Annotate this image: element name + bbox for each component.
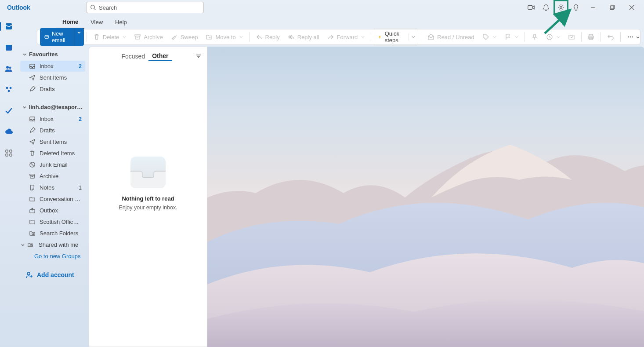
svg-point-5 <box>10 87 12 89</box>
rail-todo-icon[interactable] <box>2 104 16 118</box>
svg-line-12 <box>94 9 96 10</box>
share-icon <box>27 241 35 248</box>
ribbon-collapse[interactable] <box>634 29 642 45</box>
trash-icon <box>93 33 100 40</box>
nav-fav-sent[interactable]: Sent Items <box>20 72 85 83</box>
account-group[interactable]: linh.dao@texaport.... <box>18 101 87 113</box>
inbox-icon <box>28 63 36 69</box>
undo-icon <box>607 33 614 40</box>
flag-icon <box>504 33 511 40</box>
toolbar: New email Delete Archive Sweep Move to R… <box>37 29 640 45</box>
archive-button[interactable]: Archive <box>130 32 166 42</box>
folder-nav: Favourites Inbox 2 Sent Items Drafts lin… <box>18 47 88 347</box>
pin-icon <box>531 33 538 40</box>
groups-link[interactable]: Go to new Groups <box>18 250 87 262</box>
chevron-down-icon <box>20 242 25 248</box>
reply-all-icon <box>288 33 295 40</box>
chevron-down-icon <box>22 52 27 57</box>
window-minimize[interactable] <box>583 0 603 15</box>
nav-search-folders[interactable]: Search Folders <box>20 228 85 239</box>
svg-point-2 <box>6 66 9 69</box>
tab-home[interactable]: Home <box>56 16 84 29</box>
tips-icon[interactable] <box>568 0 583 15</box>
tab-help[interactable]: Help <box>109 16 133 28</box>
nav-scottish[interactable]: Scottish Office em... <box>20 216 85 227</box>
nav-shared[interactable]: Shared with me <box>18 239 87 250</box>
draft-icon <box>28 127 36 134</box>
folder-icon <box>28 219 36 225</box>
print-button[interactable] <box>584 32 598 42</box>
svg-point-30 <box>628 37 629 38</box>
inbox-icon <box>28 116 36 122</box>
window-close[interactable] <box>622 0 641 15</box>
delete-button[interactable]: Delete <box>90 32 130 42</box>
nav-drafts[interactable]: Drafts <box>20 125 85 136</box>
flag-button[interactable] <box>501 32 522 42</box>
svg-line-36 <box>30 163 34 167</box>
reading-pane <box>207 47 644 347</box>
nav-inbox[interactable]: Inbox2 <box>20 113 85 124</box>
junk-icon <box>28 161 36 168</box>
snooze-button[interactable] <box>543 32 564 42</box>
rail-people-icon[interactable] <box>2 62 16 76</box>
rail-mail-icon[interactable] <box>2 19 16 33</box>
notifications-icon[interactable] <box>539 0 554 15</box>
tab-view[interactable]: View <box>84 16 109 28</box>
search-input[interactable]: Search <box>86 2 204 13</box>
focused-tab[interactable]: Focused <box>118 52 148 61</box>
rail-apps-icon[interactable] <box>2 146 16 160</box>
quick-steps-dropdown[interactable] <box>409 33 418 40</box>
reply-button[interactable]: Reply <box>252 32 283 42</box>
add-account-button[interactable]: Add account <box>18 267 87 283</box>
tag-button[interactable] <box>479 32 500 42</box>
search-placeholder: Search <box>99 4 117 11</box>
undo-button[interactable] <box>604 32 618 42</box>
new-email-dropdown[interactable] <box>74 28 84 46</box>
reply-all-button[interactable]: Reply all <box>284 32 323 42</box>
sweep-icon <box>171 33 178 40</box>
rules-icon <box>568 33 575 40</box>
new-email-button[interactable]: New email <box>40 28 74 46</box>
nav-sent[interactable]: Sent Items <box>20 136 85 147</box>
left-app-rail <box>0 15 18 347</box>
svg-point-32 <box>632 37 633 38</box>
app-name: Outlook <box>3 4 86 11</box>
svg-rect-7 <box>6 150 8 152</box>
nav-notes[interactable]: Notes1 <box>20 182 85 193</box>
nav-junk[interactable]: Junk Email <box>20 159 85 170</box>
sweep-button[interactable]: Sweep <box>167 32 202 42</box>
settings-icon[interactable] <box>554 0 568 15</box>
rail-onedrive-icon[interactable] <box>2 125 16 139</box>
forward-button[interactable]: Forward <box>324 32 369 42</box>
move-to-button[interactable]: Move to <box>202 32 246 42</box>
svg-point-6 <box>8 90 10 92</box>
svg-rect-37 <box>29 174 34 175</box>
other-tab[interactable]: Other <box>148 51 172 61</box>
svg-point-11 <box>91 5 95 9</box>
window-maximize[interactable] <box>603 0 622 15</box>
folder-icon <box>28 196 36 202</box>
nav-fav-inbox[interactable]: Inbox 2 <box>20 61 85 72</box>
meet-now-icon[interactable] <box>524 0 539 15</box>
favourites-group[interactable]: Favourites <box>18 48 87 60</box>
nav-conv-history[interactable]: Conversation Histo... <box>20 194 85 205</box>
filter-button[interactable] <box>195 53 202 59</box>
nav-deleted[interactable]: Deleted Items <box>20 148 85 159</box>
svg-point-14 <box>560 7 562 9</box>
read-unread-button[interactable]: Read / Unread <box>424 32 478 42</box>
pin-button[interactable] <box>528 32 542 42</box>
svg-point-41 <box>31 244 32 245</box>
more-icon <box>627 33 634 40</box>
svg-rect-25 <box>135 35 140 36</box>
nav-archive[interactable]: Archive <box>20 171 85 182</box>
rail-calendar-icon[interactable] <box>2 40 16 55</box>
svg-rect-9 <box>6 154 8 156</box>
rules-button[interactable] <box>564 32 579 42</box>
send-icon <box>28 139 36 145</box>
svg-point-42 <box>27 272 30 275</box>
svg-point-3 <box>9 67 11 69</box>
rail-groups-icon[interactable] <box>2 83 16 97</box>
nav-fav-drafts[interactable]: Drafts <box>20 84 85 95</box>
nav-outbox[interactable]: Outbox <box>20 205 85 216</box>
quick-steps-button[interactable]: Quick steps <box>374 28 418 46</box>
